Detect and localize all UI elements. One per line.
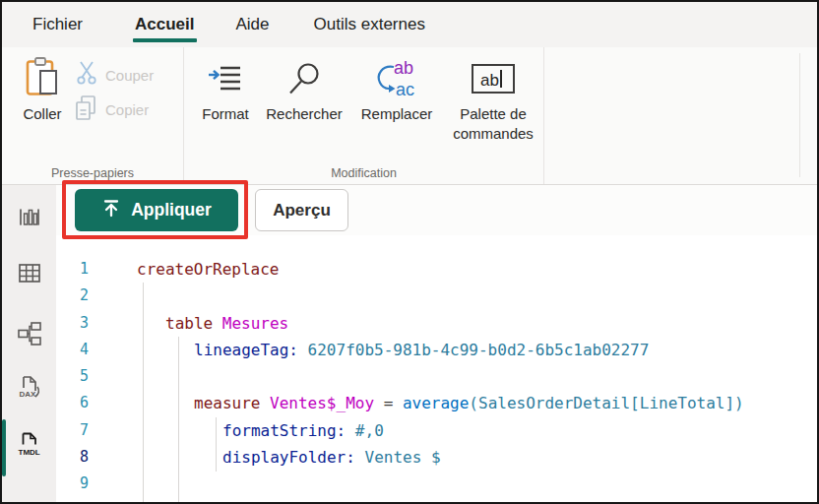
menu-item-fichier[interactable]: Fichier [32, 15, 83, 34]
paste-icon [24, 87, 61, 103]
code-line[interactable]: 4lineageTag: 6207f0b5-981b-4c99-b0d2-6b5… [56, 337, 817, 363]
indent-guide [178, 337, 179, 502]
search-icon [288, 53, 320, 104]
line-number: 1 [56, 256, 89, 283]
paste-button[interactable]: Coller [14, 55, 71, 122]
line-number: 8 [56, 444, 89, 471]
ribbon-group-presse-papiers: Coller Couper [2, 47, 184, 184]
code-text: formatString: #,0 [137, 417, 384, 444]
menu-item-aide[interactable]: Aide [236, 15, 270, 34]
line-number: 3 [56, 310, 89, 337]
line-number: 9 [56, 471, 89, 497]
table-icon [16, 274, 43, 290]
code-text: lineageTag: 6207f0b5-981b-4c99-b0d2-6b5c… [137, 337, 649, 363]
indent-guide [216, 417, 217, 472]
cut-button: Couper [75, 60, 154, 90]
svg-text:ab: ab [480, 71, 499, 90]
sidebar-item-dax-query-view[interactable]: DAX [16, 374, 43, 402]
app-window: Fichier Accueil Aide Outils externes Col… [0, 0, 819, 504]
code-text: displayFolder: Ventes $ [137, 444, 441, 471]
format-icon [208, 53, 243, 104]
menu-item-outils-externes[interactable]: Outils externes [314, 15, 425, 34]
code-line[interactable]: 1createOrReplace [56, 256, 817, 283]
indent-guide [143, 283, 144, 502]
view-sidebar: DAX TMDL [2, 185, 56, 502]
cut-label: Couper [105, 67, 154, 84]
command-palette-icon: ab [471, 53, 516, 104]
ribbon-divider [799, 53, 800, 177]
search-label: Rechercher [266, 104, 343, 124]
code-text: createOrReplace [137, 256, 280, 283]
line-number: 6 [56, 390, 89, 416]
sidebar-item-report-view[interactable] [16, 204, 43, 231]
annotation-highlight-box [62, 180, 248, 239]
preview-label: Aperçu [273, 201, 331, 220]
scissors-icon [75, 60, 98, 90]
tmdl-file-icon: TMDL [16, 445, 43, 462]
command-palette-button[interactable]: ab Palette de commandes [444, 53, 542, 145]
format-button[interactable]: Format [194, 53, 257, 145]
code-line[interactable]: 7formatString: #,0 [56, 417, 817, 444]
replace-icon: ab ac [373, 53, 420, 104]
line-number: 5 [56, 363, 89, 390]
code-line[interactable]: 3table Mesures [56, 310, 817, 337]
svg-text:ac: ac [396, 80, 414, 99]
replace-button[interactable]: ab ac Remplacer [351, 53, 442, 145]
preview-button[interactable]: Aperçu [255, 189, 348, 231]
code-line[interactable]: 5 [56, 363, 817, 390]
code-text: table Mesures [137, 310, 288, 337]
svg-text:DAX: DAX [20, 390, 37, 399]
sidebar-item-tmdl-view[interactable]: TMDL [16, 431, 43, 459]
code-line[interactable]: 6measure Ventes$_Moy = average(SalesOrde… [56, 390, 817, 416]
replace-label: Remplacer [361, 104, 433, 124]
ribbon: Coller Couper [2, 47, 817, 185]
menu-bar: Fichier Accueil Aide Outils externes [2, 2, 817, 47]
command-palette-label: Palette de commandes [444, 104, 542, 145]
line-number: 4 [56, 337, 89, 363]
search-button[interactable]: Rechercher [259, 53, 349, 145]
code-line[interactable]: 2 [56, 283, 817, 309]
copy-button: Copier [72, 94, 149, 125]
line-number: 2 [56, 283, 89, 309]
line-number: 7 [56, 417, 89, 444]
code-editor[interactable]: 1createOrReplace23table Mesures4lineageT… [56, 235, 817, 502]
code-text: measure Ventes$_Moy = average(SalesOrder… [137, 390, 744, 416]
copy-label: Copier [105, 101, 149, 118]
code-lines: 1createOrReplace23table Mesures4lineageT… [56, 256, 817, 502]
bar-chart-icon [16, 218, 43, 234]
copy-icon [72, 94, 98, 125]
code-line[interactable]: 9 [56, 471, 817, 497]
sidebar-item-model-view[interactable] [16, 320, 43, 347]
model-icon [16, 334, 43, 350]
menu-item-accueil[interactable]: Accueil [135, 15, 194, 34]
group-label-presse-papiers: Presse-papiers [2, 166, 183, 180]
ribbon-group-modification: Format Rechercher ab ac [184, 47, 544, 184]
code-line[interactable]: 10 [56, 498, 817, 502]
paste-label: Coller [14, 105, 71, 122]
sidebar-item-table-view[interactable] [16, 260, 43, 287]
svg-text:ab: ab [394, 58, 413, 78]
dax-file-icon: DAX [16, 388, 43, 405]
svg-text:TMDL: TMDL [19, 448, 40, 457]
group-label-modification: Modification [184, 166, 543, 180]
code-line[interactable]: 8displayFolder: Ventes $ [56, 444, 817, 471]
line-number: 10 [56, 498, 89, 502]
format-label: Format [202, 104, 249, 124]
sidebar-selection-indicator [2, 419, 6, 476]
